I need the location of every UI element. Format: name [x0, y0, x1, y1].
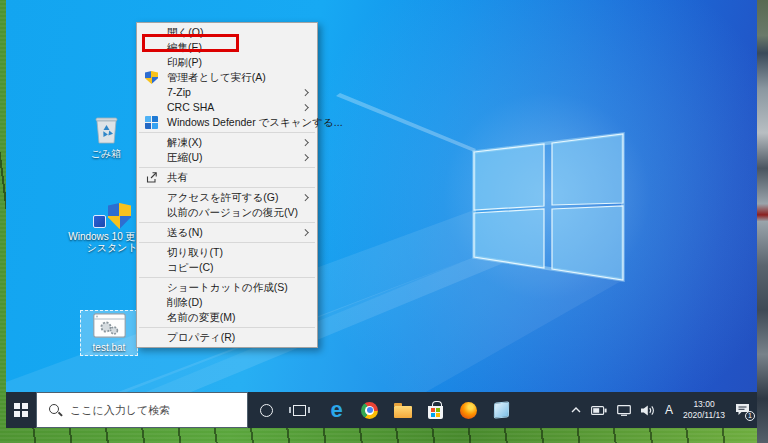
menu-item-share[interactable]: 共有 [137, 170, 317, 185]
menu-item-restore-previous-versions[interactable]: 以前のバージョンの復元(V) [137, 205, 317, 220]
volume-icon[interactable] [641, 405, 655, 416]
taskbar-button-task-view[interactable] [283, 392, 316, 428]
update-assistant-icon [93, 215, 106, 228]
menu-item-crc-sha[interactable]: CRC SHA [137, 100, 317, 115]
menu-separator [139, 277, 315, 278]
system-tray: A 13:00 2020/11/13 1 [571, 399, 757, 421]
submenu-arrow-icon [302, 139, 308, 145]
notification-badge: 1 [745, 411, 755, 421]
menu-item-run-as-admin[interactable]: 管理者として実行(A) [137, 70, 317, 85]
menu-item-7zip[interactable]: 7-Zip [137, 85, 317, 100]
context-menu: 開く(O) 編集(E) 印刷(P) 管理者として実行(A) 7-Zip CRC … [136, 22, 318, 348]
windows-defender-icon [145, 116, 158, 129]
uac-shield-icon [145, 71, 158, 84]
search-input[interactable] [70, 404, 230, 416]
menu-item-rename[interactable]: 名前の変更(M) [137, 310, 317, 325]
taskbar-clock[interactable]: 13:00 2020/11/13 [683, 399, 725, 421]
page-edge-strip [757, 0, 768, 443]
test-bat-label: test.bat [81, 342, 137, 353]
share-icon [145, 171, 158, 184]
ime-mode-indicator[interactable]: A [665, 403, 673, 417]
action-center-button[interactable]: 1 [735, 403, 752, 418]
edge-icon: e [330, 400, 342, 420]
taskbar: e A 13:00 2020/11/13 [6, 392, 757, 428]
desktop-icon-recycle-bin[interactable]: ごみ箱 [76, 114, 136, 159]
battery-icon[interactable] [591, 406, 607, 415]
file-explorer-icon [394, 406, 412, 418]
menu-separator [139, 187, 315, 188]
recycle-bin-label: ごみ箱 [76, 148, 136, 159]
menu-item-create-shortcut[interactable]: ショートカットの作成(S) [137, 280, 317, 295]
menu-item-send-to[interactable]: 送る(N) [137, 225, 317, 240]
generic-app-icon [494, 401, 509, 418]
taskbar-button-cortana[interactable] [250, 392, 283, 428]
taskbar-search[interactable] [36, 392, 248, 428]
menu-item-copy[interactable]: コピー(C) [137, 260, 317, 275]
submenu-arrow-icon [302, 194, 308, 200]
start-button[interactable] [6, 392, 36, 428]
microsoft-store-icon [428, 406, 443, 419]
search-icon [48, 403, 62, 417]
chrome-icon [361, 402, 378, 419]
menu-separator [139, 327, 315, 328]
menu-separator [139, 132, 315, 133]
desktop-icon-test-bat[interactable]: test.bat [80, 310, 138, 356]
red-highlight-box [142, 34, 239, 52]
task-view-icon [293, 405, 306, 416]
clock-time: 13:00 [683, 399, 725, 410]
taskbar-button-chrome[interactable] [353, 392, 386, 428]
firefox-icon [460, 402, 477, 419]
uac-shield-icon [108, 203, 131, 229]
windows-screen: ごみ箱 Windows 10 更新ア シスタント test.bat [6, 0, 757, 428]
batch-file-icon [93, 313, 126, 338]
submenu-arrow-icon [302, 104, 308, 110]
network-icon[interactable] [617, 405, 631, 416]
desktop[interactable]: ごみ箱 Windows 10 更新ア シスタント test.bat [6, 0, 757, 392]
menu-separator [139, 167, 315, 168]
menu-item-extract[interactable]: 解凍(X) [137, 135, 317, 150]
submenu-arrow-icon [302, 89, 308, 95]
cortana-icon [260, 404, 273, 417]
clock-date: 2020/11/13 [683, 410, 725, 421]
hidden-icons-chevron[interactable] [571, 407, 581, 413]
menu-separator [139, 222, 315, 223]
taskbar-button-firefox[interactable] [452, 392, 485, 428]
menu-item-cut[interactable]: 切り取り(T) [137, 245, 317, 260]
taskbar-button-file-explorer[interactable] [386, 392, 419, 428]
menu-item-properties[interactable]: プロパティ(R) [137, 330, 317, 345]
windows-start-icon [14, 403, 29, 418]
menu-item-delete[interactable]: 削除(D) [137, 295, 317, 310]
menu-item-defender-scan[interactable]: Windows Defender でスキャンする... [137, 115, 317, 130]
menu-item-give-access[interactable]: アクセスを許可する(G) [137, 190, 317, 205]
submenu-arrow-icon [302, 154, 308, 160]
submenu-arrow-icon [302, 229, 308, 235]
taskbar-button-app[interactable] [485, 392, 518, 428]
recycle-bin-icon [93, 114, 120, 144]
menu-separator [139, 242, 315, 243]
menu-item-print[interactable]: 印刷(P) [137, 55, 317, 70]
menu-item-compress[interactable]: 圧縮(U) [137, 150, 317, 165]
taskbar-button-edge[interactable]: e [320, 392, 353, 428]
taskbar-button-store[interactable] [419, 392, 452, 428]
